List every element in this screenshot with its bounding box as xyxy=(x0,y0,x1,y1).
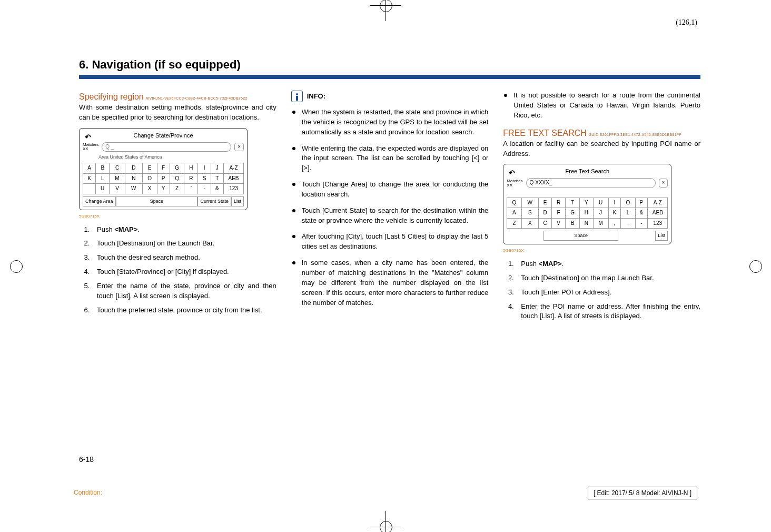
step-item: Touch [Destination] on the map Launch Ba… xyxy=(516,273,700,283)
bullet-item: Touch [Change Area] to change the area f… xyxy=(291,180,489,200)
chapter-rule xyxy=(79,75,700,79)
space-button: Space xyxy=(116,196,198,206)
bullet-item: In some cases, when a city name has been… xyxy=(291,258,489,308)
chapter-title: 6. Navigation (if so equipped) xyxy=(79,58,700,72)
step-item: Push <MAP>. xyxy=(92,225,276,235)
keyboard: QWERTYUIOPA-Z ASDFGHJKL&AEB ZXCVBNM,.-12… xyxy=(507,198,668,241)
top-bullet: It is not possible to search for a route… xyxy=(503,91,700,121)
bullet-item: When the system is restarted, the state … xyxy=(291,107,489,137)
crop-mark-bottom xyxy=(370,511,401,532)
section-heading: Specifying region xyxy=(79,92,144,101)
step-item: Push <MAP>. xyxy=(516,259,700,269)
column-1: Specifying region AIVINJN1-9E25FCC3-C8B2… xyxy=(79,91,276,326)
back-icon: ↶ xyxy=(509,168,515,178)
image-reference: 5GB0715X xyxy=(79,213,276,220)
intro-paragraph: With some destination setting methods, s… xyxy=(79,103,276,123)
screenshot-change-state: ↶ Change State/Province Matches XX Q _ ×… xyxy=(79,128,248,210)
step-item: Enter the POI name or address. After fin… xyxy=(516,302,700,322)
matches-label: Matches XX xyxy=(83,143,98,151)
list-button: List xyxy=(231,196,244,206)
condition-label: Condition: xyxy=(74,489,102,496)
steps-list: Push <MAP>. Touch [Destination] on the L… xyxy=(79,225,276,316)
edit-info-box: [ Edit: 2017/ 5/ 8 Model: AIVINJ-N ] xyxy=(588,487,697,499)
step-item: Enter the name of the state, province or… xyxy=(92,281,276,301)
screenshot-title: Free Text Search xyxy=(566,168,610,174)
crop-mark-right xyxy=(745,255,766,277)
clear-icon: × xyxy=(234,143,244,152)
guid-code: AIVINJN1-9E25FCC3-C8B2-44CB-BCC5-732F43D… xyxy=(145,96,247,101)
crop-mark-top xyxy=(370,0,401,21)
bullet-item: While entering the data, the expected wo… xyxy=(291,144,489,174)
bullet-item: It is not possible to search for a route… xyxy=(503,91,700,121)
step-item: Touch [State/Province] or [City] if disp… xyxy=(92,267,276,277)
search-box: Q _ xyxy=(102,142,231,152)
page-coordinates: (126,1) xyxy=(676,18,697,27)
current-state-button: Current State xyxy=(197,196,231,206)
step-item: Touch the preferred state, province or c… xyxy=(92,306,276,316)
crop-mark-left xyxy=(5,255,26,277)
step-item: Touch [Enter POI or Address]. xyxy=(516,288,700,298)
guid-code: GUID-E261FFFD-3EE1-4472-A545-8EB5D1BB81F… xyxy=(589,132,681,137)
info-label: INFO: xyxy=(307,92,325,102)
info-icon xyxy=(291,91,303,102)
bullet-item: After touching [City], touch [Last 5 Cit… xyxy=(291,232,489,252)
image-reference: 5GB0716X xyxy=(503,248,700,254)
page-content: 6. Navigation (if so equipped) Specifyin… xyxy=(79,58,700,326)
intro-paragraph: A location or facility can be searched b… xyxy=(503,139,700,159)
area-label: Area United States of America xyxy=(98,154,244,161)
screenshot-free-text: ↶ Free Text Search Matches XX Q XXXX_ × … xyxy=(503,164,671,244)
keyboard: ABCDEFGHIJA-Z KLMNOPQRSTAEB UVWXYZ'-&123… xyxy=(83,163,244,206)
page-number: 6-18 xyxy=(79,455,94,464)
column-3: It is not possible to search for a route… xyxy=(503,91,700,326)
steps-list: Push <MAP>. Touch [Destination] on the m… xyxy=(503,259,700,321)
screenshot-title: Change State/Province xyxy=(133,132,193,139)
section-heading: FREE TEXT SEARCH xyxy=(503,129,587,137)
search-box: Q XXXX_ xyxy=(526,178,656,188)
step-item: Touch [Destination] on the Launch Bar. xyxy=(92,239,276,249)
step-item: Touch the desired search method. xyxy=(92,253,276,263)
column-2: INFO: When the system is restarted, the … xyxy=(291,91,489,326)
list-button: List xyxy=(655,231,668,241)
info-bullets: When the system is restarted, the state … xyxy=(291,107,489,308)
content-columns: Specifying region AIVINJN1-9E25FCC3-C8B2… xyxy=(79,91,700,326)
bullet-item: Touch [Current State] to search for the … xyxy=(291,206,489,226)
back-icon: ↶ xyxy=(85,132,91,142)
change-area-button: Change Area xyxy=(83,196,116,206)
clear-icon: × xyxy=(659,179,668,188)
info-heading: INFO: xyxy=(291,91,489,102)
matches-label: Matches XX xyxy=(507,179,522,188)
space-button: Space xyxy=(543,231,618,241)
